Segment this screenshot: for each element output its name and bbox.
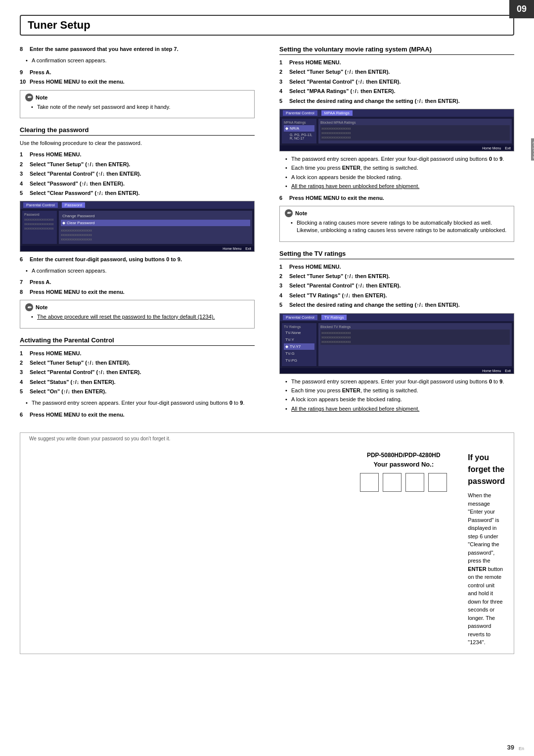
note-box-3: ✏ Note Blocking a rating causes more sev…: [279, 206, 514, 242]
password-screen-mockup: Parental Control Password Password xxxxx…: [20, 201, 255, 251]
steps-9-10: 9 Press A. 10 Press HOME MENU to exit th…: [20, 69, 255, 86]
section-title: Tuner Setup: [28, 19, 90, 32]
mpaa-heading: Setting the voluntary movie rating syste…: [279, 46, 514, 55]
activating-step-4: 4 Select "Status" (↑/↓ then ENTER).: [20, 378, 255, 386]
step-10: 10 Press HOME MENU to exit the menu.: [20, 78, 255, 86]
clearing-step-8: 8 Press HOME MENU to exit the menu.: [20, 288, 255, 296]
clearing-step-6-list: 6 Enter the current four-digit password,…: [20, 256, 255, 263]
bottom-lang: En: [519, 746, 524, 751]
language-tab: English: [531, 139, 534, 161]
mpaa-step-4: 4 Select "MPAA Ratings" (↑/↓ then ENTER)…: [279, 88, 514, 95]
clearing-step6-bullets: A confirmation screen appears.: [26, 267, 255, 275]
mpaa-screen-mockup: Parental Control MPAA Ratings MPAA Ratin…: [279, 109, 514, 151]
activating-step5-bullets: The password entry screen appears. Enter…: [26, 399, 255, 407]
mpaa-step-3: 3 Select "Parental Control" (↑/↓ then EN…: [279, 78, 514, 86]
clearing-steps: 1 Press HOME MENU. 2 Select "Tuner Setup…: [20, 151, 255, 197]
activating-step-6-list: 6 Press HOME MENU to exit the menu.: [20, 411, 255, 419]
clearing-step-4: 4 Select "Password" (↑/↓ then ENTER).: [20, 180, 255, 188]
note-box-2: ✏ Note The above procedure will reset th…: [20, 300, 255, 328]
step-9: 9 Press A.: [20, 69, 255, 76]
mpaa-step-6: 6 Press HOME MENU to exit the menu.: [279, 194, 514, 202]
page: 09 English Tuner Setup 8 Enter the same …: [0, 0, 534, 756]
screen-title-bar-1: Parental Control Password: [20, 201, 254, 209]
note2-bullets: The above procedure will reset the passw…: [31, 313, 249, 321]
pw-box-4: [428, 473, 447, 492]
password-label: Your password No.:: [349, 461, 458, 468]
model-name: PDP-5080HD/PDP-4280HD: [349, 452, 458, 459]
bottom-page-number: 39: [507, 744, 514, 751]
note3-bullets: Blocking a rating causes more severe rat…: [291, 219, 509, 235]
step-8: 8 Enter the same password that you have …: [20, 46, 255, 53]
password-boxes: [349, 473, 458, 492]
tv-ratings-bullets: The password entry screen appears. Enter…: [285, 378, 514, 413]
activating-step-2: 2 Select "Tuner Setup" (↑/↓ then ENTER).: [20, 359, 255, 367]
right-column: Setting the voluntary movie rating syste…: [274, 46, 514, 423]
note-icon-3: ✏: [285, 209, 293, 217]
tv-step-4: 4 Select "TV Ratings" (↑/↓ then ENTER).: [279, 292, 514, 299]
clearing-step-1: 1 Press HOME MENU.: [20, 151, 255, 158]
forget-right: If you forget the password When the mess…: [468, 452, 505, 647]
tv-ratings-heading: Setting the TV ratings: [279, 250, 514, 259]
note-icon-1: ✏: [25, 94, 33, 101]
clearing-heading: Clearing the password: [20, 126, 255, 136]
note1-bullets: Take note of the newly set password and …: [31, 103, 249, 111]
activating-step-1: 1 Press HOME MENU.: [20, 350, 255, 357]
left-column: 8 Enter the same password that you have …: [20, 46, 260, 423]
clearing-steps-7-8: 7 Press A. 8 Press HOME MENU to exit the…: [20, 279, 255, 296]
clearing-step-6: 6 Enter the current four-digit password,…: [20, 256, 255, 263]
step8-bullet-1: A confirmation screen appears.: [26, 57, 255, 64]
note-box-1: ✏ Note Take note of the newly set passwo…: [20, 90, 255, 118]
forget-left: PDP-5080HD/PDP-4280HD Your password No.:: [349, 452, 458, 492]
clearing-step-5: 5 Select "Clear Password" (↑/↓ then ENTE…: [20, 189, 255, 197]
clearing-intro: Use the following procedure to clear the…: [20, 140, 255, 147]
tv-ratings-screen-mockup: Parental Control TV Ratings TV Ratings T…: [279, 313, 514, 374]
tv-step-1: 1 Press HOME MENU.: [279, 263, 514, 271]
mpaa-bullets: The password entry screen appears. Enter…: [285, 155, 514, 190]
forget-password-title: If you forget the password: [468, 452, 505, 487]
forget-box-note: We suggest you write down your password …: [29, 436, 523, 441]
mpaa-step-2: 2 Select "Tuner Setup" (↑/↓ then ENTER).: [279, 68, 514, 76]
tv-step-2: 2 Select "Tuner Setup" (↑/↓ then ENTER).: [279, 273, 514, 280]
pw-box-2: [383, 473, 401, 492]
tv-step-5: 5 Select the desired rating and change t…: [279, 301, 514, 309]
clearing-step-3: 3 Select "Parental Control" (↑/↓ then EN…: [20, 170, 255, 178]
clearing-step-7: 7 Press A.: [20, 279, 255, 286]
mpaa-step-1: 1 Press HOME MENU.: [279, 59, 514, 66]
section-number: 09: [517, 4, 527, 14]
initial-steps: 8 Enter the same password that you have …: [20, 46, 255, 53]
main-content: 8 Enter the same password that you have …: [20, 46, 514, 423]
step8-bullets: A confirmation screen appears.: [26, 57, 255, 64]
clearing-step-2: 2 Select "Tuner Setup" (↑/↓ then ENTER).: [20, 161, 255, 168]
activating-step-3: 3 Select "Parental Control" (↑/↓ then EN…: [20, 369, 255, 376]
section-header: Tuner Setup: [20, 15, 514, 36]
mpaa-step-5: 5 Select the desired rating and change t…: [279, 97, 514, 105]
activating-step-5: 5 Select "On" (↑/↓ then ENTER).: [20, 388, 255, 395]
activating-steps: 1 Press HOME MENU. 2 Select "Tuner Setup…: [20, 350, 255, 396]
tv-step-3: 3 Select "Parental Control" (↑/↓ then EN…: [279, 282, 514, 289]
note-icon-2: ✏: [25, 303, 33, 311]
mpaa-steps: 1 Press HOME MENU. 2 Select "Tuner Setup…: [279, 59, 514, 105]
forget-password-box: We suggest you write down your password …: [20, 432, 514, 654]
tv-ratings-steps: 1 Press HOME MENU. 2 Select "Tuner Setup…: [279, 263, 514, 309]
pw-box-1: [360, 473, 379, 492]
pw-box-3: [405, 473, 424, 492]
activating-heading: Activating the Parental Control: [20, 336, 255, 346]
mpaa-step6-list: 6 Press HOME MENU to exit the menu.: [279, 194, 514, 202]
activating-step-6: 6 Press HOME MENU to exit the menu.: [20, 411, 255, 419]
forget-password-text: When the message "Enter your Password" i…: [468, 491, 505, 647]
